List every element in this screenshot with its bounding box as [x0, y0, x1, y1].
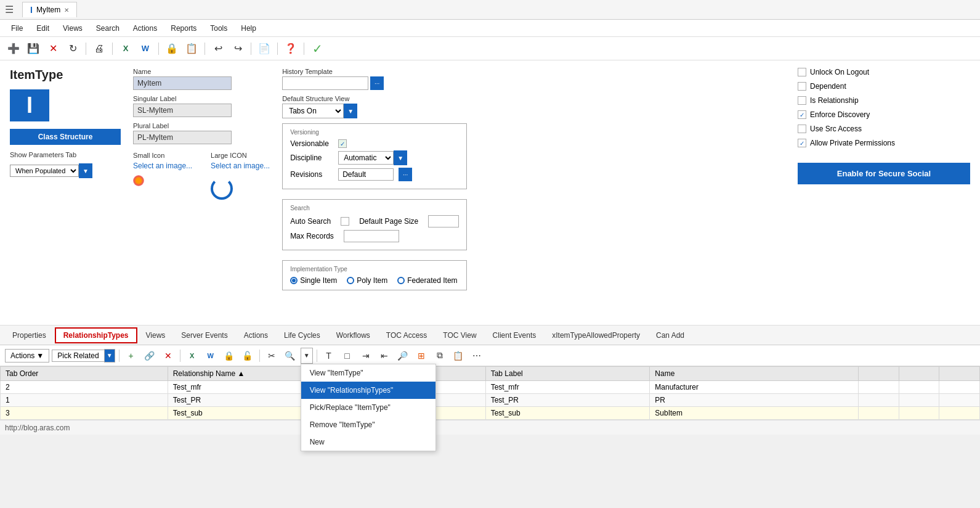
- grid-btn[interactable]: ⊞: [413, 348, 429, 364]
- dropdown-view-itemtype[interactable]: View "ItemType": [301, 364, 435, 382]
- more-btn[interactable]: ⋯: [469, 348, 485, 364]
- tabs-on-dropdown-btn[interactable]: ▼: [344, 104, 357, 118]
- menu-views[interactable]: Views: [57, 22, 89, 35]
- pick-related-dropdown-btn[interactable]: ▼: [104, 349, 115, 363]
- print-button[interactable]: 🖨: [91, 41, 108, 57]
- plural-label-input[interactable]: [133, 131, 232, 144]
- unlock-on-logout-checkbox[interactable]: [798, 68, 806, 76]
- menu-actions[interactable]: Actions: [127, 22, 163, 35]
- add-button[interactable]: +: [123, 348, 139, 364]
- dropdown-view-relationshiptypes[interactable]: View "RelationshipTypes": [301, 382, 435, 399]
- paste-btn[interactable]: 📋: [450, 348, 466, 364]
- menu-reports[interactable]: Reports: [164, 22, 203, 35]
- poly-item-radio-label[interactable]: Poly Item: [347, 276, 387, 285]
- large-icon-link[interactable]: Select an image...: [211, 162, 270, 170]
- history-template-browse[interactable]: ···: [370, 76, 384, 90]
- tab-toc-view[interactable]: TOC View: [435, 329, 484, 342]
- default-page-size-input[interactable]: [428, 215, 459, 227]
- allow-private-permissions-checkbox[interactable]: ✓: [798, 139, 806, 147]
- menu-search[interactable]: Search: [90, 22, 126, 35]
- remove-button[interactable]: ✕: [160, 348, 176, 364]
- word-export-button[interactable]: W: [203, 348, 219, 364]
- help-button[interactable]: ❓: [282, 41, 299, 57]
- default-structure-view-group: Default Structure View Tabs On Tabs Off …: [282, 95, 467, 118]
- redo-button[interactable]: ↪: [229, 41, 246, 57]
- menu-tools[interactable]: Tools: [204, 22, 233, 35]
- copy-btn[interactable]: ⧉: [432, 348, 448, 364]
- history-template-input[interactable]: [282, 76, 368, 90]
- indent-btn[interactable]: ⇥: [358, 348, 374, 364]
- max-records-input[interactable]: [344, 230, 399, 242]
- single-item-radio-label[interactable]: Single Item: [290, 276, 337, 285]
- outdent-btn[interactable]: ⇤: [376, 348, 392, 364]
- tab-client-events[interactable]: Client Events: [485, 329, 544, 342]
- dropdown-pick-replace-itemtype[interactable]: Pick/Replace "ItemType": [301, 399, 435, 416]
- document-button[interactable]: 📄: [256, 41, 273, 57]
- undo-button[interactable]: ↩: [209, 41, 227, 57]
- singular-label-input[interactable]: [133, 104, 232, 117]
- search2-btn[interactable]: 🔎: [395, 348, 411, 364]
- tab-life-cycles[interactable]: Life Cycles: [277, 329, 328, 342]
- actions-dropdown-button[interactable]: Actions ▼: [5, 349, 49, 363]
- is-relationship-checkbox[interactable]: [798, 96, 806, 105]
- enable-secure-social-button[interactable]: Enable for Secure Social: [798, 163, 970, 184]
- tab-xitemtype-allowed-property[interactable]: xItemTypeAllowedProperty: [545, 329, 647, 342]
- hamburger-menu[interactable]: ☰: [5, 4, 14, 15]
- menu-help[interactable]: Help: [235, 22, 262, 35]
- dropdown-new[interactable]: New: [301, 433, 435, 451]
- confirm-button[interactable]: ✓: [309, 41, 326, 57]
- use-src-access-checkbox[interactable]: [798, 125, 806, 133]
- word-button[interactable]: W: [137, 41, 154, 57]
- save-button[interactable]: 💾: [25, 41, 42, 57]
- when-populated-dropdown-btn[interactable]: ▼: [79, 163, 92, 178]
- new-button[interactable]: ➕: [5, 41, 22, 57]
- discipline-select-input[interactable]: Automatic Manual: [338, 151, 394, 165]
- view-button[interactable]: ▼: [301, 348, 313, 364]
- excel-export-button[interactable]: X: [184, 348, 200, 364]
- excel-button[interactable]: X: [117, 41, 134, 57]
- table-row-highlighted[interactable]: 3 Test_sub Test_sub SubItem: [1, 407, 980, 420]
- table-row[interactable]: 2 Test_mfr Test_mfr Manufacturer: [1, 381, 980, 394]
- copy-button[interactable]: 📋: [183, 41, 200, 57]
- menu-edit[interactable]: Edit: [30, 22, 55, 35]
- tab-properties[interactable]: Properties: [5, 329, 54, 342]
- federated-item-radio[interactable]: [397, 277, 405, 284]
- poly-item-radio[interactable]: [347, 277, 354, 284]
- close-tab-icon[interactable]: ✕: [64, 7, 69, 14]
- relate-button[interactable]: 🔗: [142, 348, 158, 364]
- when-populated-select[interactable]: When Populated Always Never: [10, 165, 79, 177]
- lock-rows-button[interactable]: 🔒: [221, 348, 237, 364]
- square-btn[interactable]: □: [339, 348, 355, 364]
- delete-button[interactable]: ✕: [44, 41, 62, 57]
- refresh-button[interactable]: ↻: [64, 41, 81, 57]
- tab-relationship-types[interactable]: RelationshipTypes: [55, 327, 137, 343]
- table-row[interactable]: 1 Test_PR Test_PR PR: [1, 394, 980, 407]
- enforce-discovery-checkbox[interactable]: ✓: [798, 110, 806, 119]
- tab-workflows[interactable]: Workflows: [329, 329, 378, 342]
- unlock-rows-button[interactable]: 🔓: [240, 348, 256, 364]
- tab-toc-access[interactable]: TOC Access: [379, 329, 434, 342]
- search-btn[interactable]: 🔍: [282, 348, 298, 364]
- text-format-btn[interactable]: T: [321, 348, 337, 364]
- dependent-checkbox[interactable]: [798, 82, 806, 91]
- versionable-checkbox[interactable]: [338, 139, 347, 148]
- tab-views[interactable]: Views: [139, 329, 173, 342]
- name-input[interactable]: [133, 76, 232, 90]
- lock-button[interactable]: 🔒: [163, 41, 180, 57]
- small-icon-link[interactable]: Select an image...: [133, 162, 192, 170]
- cut-button[interactable]: ✂: [264, 348, 280, 364]
- title-tab[interactable]: I MyItem ✕: [22, 2, 77, 17]
- tab-can-add[interactable]: Can Add: [649, 329, 692, 342]
- tabs-on-select-input[interactable]: Tabs On Tabs Off: [282, 104, 344, 118]
- discipline-dropdown-btn[interactable]: ▼: [394, 150, 407, 165]
- revisions-browse[interactable]: ···: [399, 168, 412, 181]
- revisions-input[interactable]: [338, 168, 394, 181]
- single-item-radio[interactable]: [290, 277, 298, 284]
- class-structure-button[interactable]: Class Structure: [10, 129, 121, 145]
- tab-actions[interactable]: Actions: [237, 329, 275, 342]
- federated-item-radio-label[interactable]: Federated Item: [397, 276, 457, 285]
- dropdown-remove-itemtype[interactable]: Remove "ItemType": [301, 416, 435, 433]
- menu-file[interactable]: File: [5, 22, 29, 35]
- auto-search-checkbox[interactable]: [341, 217, 349, 226]
- tab-server-events[interactable]: Server Events: [174, 329, 235, 342]
